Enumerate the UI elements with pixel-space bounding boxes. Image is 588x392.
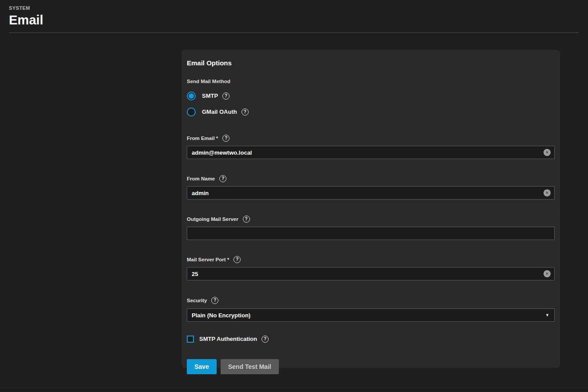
send-mail-method-label: Send Mail Method bbox=[187, 79, 555, 84]
outgoing-mail-server-field bbox=[187, 227, 555, 240]
from-name-input[interactable] bbox=[187, 186, 555, 200]
clear-icon[interactable]: ✕ bbox=[544, 189, 551, 196]
help-icon[interactable]: ? bbox=[242, 108, 249, 116]
help-icon[interactable]: ? bbox=[222, 135, 230, 142]
email-options-card: Email Options Send Mail Method SMTP ? GM… bbox=[181, 50, 560, 368]
smtp-auth-row[interactable]: SMTP Authentication ? bbox=[187, 335, 555, 343]
mail-server-port-input[interactable] bbox=[187, 267, 555, 280]
radio-label-gmail-oauth: GMail OAuth bbox=[202, 109, 237, 115]
outgoing-mail-server-label-row: Outgoing Mail Server ? bbox=[187, 216, 555, 223]
from-email-label-row: From Email * ? bbox=[187, 135, 555, 142]
security-label: Security bbox=[187, 298, 207, 304]
mail-server-port-field: ✕ bbox=[187, 267, 555, 280]
radio-icon-smtp[interactable] bbox=[187, 92, 196, 100]
help-icon[interactable]: ? bbox=[262, 336, 269, 343]
from-email-label: From Email * bbox=[187, 136, 218, 141]
page-title: Email bbox=[9, 13, 579, 27]
header-divider bbox=[9, 32, 579, 33]
help-icon[interactable]: ? bbox=[211, 297, 218, 304]
from-email-input[interactable] bbox=[187, 146, 555, 159]
clear-icon[interactable]: ✕ bbox=[544, 149, 551, 156]
card-title: Email Options bbox=[187, 50, 555, 66]
radio-option-gmail-oauth[interactable]: GMail OAuth ? bbox=[187, 108, 555, 116]
send-test-mail-button[interactable]: Send Test Mail bbox=[221, 359, 279, 374]
from-name-field: ✕ bbox=[187, 186, 555, 200]
outgoing-mail-server-label: Outgoing Mail Server bbox=[187, 216, 238, 222]
radio-label-smtp: SMTP bbox=[202, 93, 218, 99]
save-button[interactable]: Save bbox=[187, 359, 217, 374]
from-email-field: ✕ bbox=[187, 146, 555, 159]
security-label-row: Security ? bbox=[187, 297, 555, 304]
footer-strip bbox=[0, 389, 588, 392]
mail-server-port-label: Mail Server Port * bbox=[187, 257, 229, 263]
button-row: Save Send Test Mail bbox=[187, 359, 555, 374]
help-icon[interactable]: ? bbox=[234, 256, 241, 263]
page-header: SYSTEM Email bbox=[0, 0, 588, 27]
from-name-label: From Name bbox=[187, 176, 215, 182]
smtp-auth-label: SMTP Authentication bbox=[199, 336, 257, 342]
mail-server-port-label-row: Mail Server Port * ? bbox=[187, 256, 555, 263]
help-icon[interactable]: ? bbox=[219, 175, 226, 182]
breadcrumb-section: SYSTEM bbox=[9, 5, 579, 11]
clear-icon[interactable]: ✕ bbox=[544, 270, 551, 277]
radio-icon-gmail-oauth[interactable] bbox=[187, 108, 196, 116]
smtp-auth-checkbox[interactable] bbox=[187, 336, 194, 343]
security-select-value: Plain (No Encryption) bbox=[192, 312, 250, 319]
help-icon[interactable]: ? bbox=[243, 216, 250, 223]
help-icon[interactable]: ? bbox=[222, 92, 230, 100]
radio-option-smtp[interactable]: SMTP ? bbox=[187, 92, 555, 100]
chevron-down-icon: ▼ bbox=[545, 313, 549, 317]
security-select[interactable]: Plain (No Encryption) ▼ bbox=[187, 308, 555, 322]
from-name-label-row: From Name ? bbox=[187, 175, 555, 182]
outgoing-mail-server-input[interactable] bbox=[187, 227, 555, 240]
